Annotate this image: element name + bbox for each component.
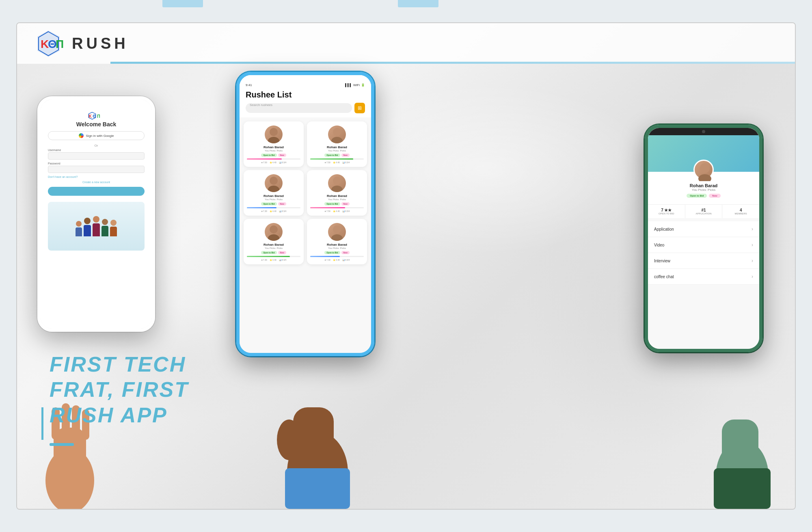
detail-sub: You Picks: Picks: [654, 188, 753, 192]
search-placeholder: Search rushees: [250, 103, 272, 107]
rushee-avatar: [328, 125, 346, 143]
logo-icon: K Θ Π: [33, 28, 64, 59]
person-figure: [76, 221, 82, 236]
signin-button[interactable]: [48, 187, 145, 196]
rushee-sub: You Picks: Picks: [265, 198, 283, 201]
menu-label: Interview: [654, 259, 670, 263]
rushee-card[interactable]: Rohan Barad You Picks: Picks Open to Bid…: [307, 219, 367, 264]
rushee-card[interactable]: Rohan Barad You Picks: Picks Open to Bid…: [244, 219, 304, 264]
rushee-card[interactable]: Rohan Barad You Picks: Picks Open to Bid…: [307, 121, 367, 167]
battery-icon: 🔋: [361, 83, 365, 87]
username-label: Username: [48, 149, 145, 151]
rushee-tag: New: [341, 202, 350, 205]
search-bar[interactable]: Search rushees: [246, 103, 352, 113]
rushee-avatar: [265, 174, 283, 192]
svg-rect-32: [285, 468, 350, 509]
stat-label: MEMBERS: [724, 212, 757, 215]
progress-bar: [310, 207, 364, 208]
rushee-name: Rohan Barad: [327, 194, 347, 198]
menu-item-interview[interactable]: Interview ›: [648, 253, 759, 269]
detail-avatar: [693, 160, 714, 180]
password-field: Password: [48, 162, 145, 173]
rushee-tags: Open to Bid New: [261, 154, 286, 157]
svg-point-15: [333, 177, 341, 185]
detail-tag-new: New: [709, 194, 720, 198]
tagline: FIRST TECH FRAT, FIRST RUSH APP: [50, 352, 189, 428]
header-title: RUSH: [72, 35, 129, 52]
rushee-tag: New: [341, 154, 350, 157]
svg-text:Π: Π: [56, 38, 64, 50]
rushee-card[interactable]: Rohan Barad You Picks: Picks Open to Bid…: [307, 170, 367, 216]
rushee-tags: Open to Bid New: [261, 251, 286, 254]
forgot-link[interactable]: Don't have an account?: [48, 175, 78, 178]
progress-bar: [247, 158, 300, 160]
rushee-name: Rohan Barad: [327, 145, 347, 149]
people-illustration: [76, 216, 117, 236]
menu-item-coffee[interactable]: coffee chat ›: [648, 269, 759, 285]
login-illustration: [48, 202, 145, 251]
rushee-list-title: Rushee List: [246, 90, 365, 99]
phone-frame-center: 9:41 ▌▌▌ WiFi 🔋 Rushee List Search rushe…: [236, 72, 374, 356]
phone-right: Rohan Barad You Picks: Picks Open to Bid…: [645, 125, 762, 352]
rushee-card[interactable]: Rohan Barad You Picks: Picks Open to Bid…: [244, 170, 304, 216]
status-bar: 9:41 ▌▌▌ WiFi 🔋: [246, 83, 365, 87]
svg-text:K: K: [89, 114, 92, 119]
detail-stat-app: #1 APPLICATION: [685, 205, 723, 218]
rushee-name: Rohan Barad: [263, 243, 284, 247]
detail-stat-bid: 7 ★★ OPEN TO BID: [648, 205, 685, 218]
phone-center: 9:41 ▌▌▌ WiFi 🔋 Rushee List Search rushe…: [236, 72, 374, 356]
svg-point-18: [268, 234, 279, 241]
login-or: Or: [95, 144, 98, 147]
svg-point-17: [270, 225, 278, 234]
rushee-tags: Open to Bid New: [324, 251, 350, 254]
detail-header-bg: [648, 135, 759, 172]
svg-point-14: [268, 186, 279, 192]
hand-right: [698, 346, 787, 509]
rushee-stats: ★ 7.50⭐ 4.40📊 8.5/4: [261, 161, 287, 164]
phone-frame-left: K Θ Π Welcome Back Sign in with Google O…: [37, 96, 155, 332]
tagline-line3: RUSH APP: [50, 402, 189, 428]
rushee-avatar: [265, 125, 283, 143]
svg-point-9: [270, 128, 278, 136]
create-link[interactable]: Create a new account: [82, 181, 110, 184]
tagline-line2: FRAT, FIRST: [50, 377, 189, 402]
stat-label: APPLICATION: [687, 212, 720, 215]
rushee-card[interactable]: Rohan Barad You Picks: Picks Open to Bid…: [244, 121, 304, 167]
menu-label: coffee chat: [654, 275, 674, 279]
progress-bar: [247, 256, 300, 257]
rushee-tag: Open to Bid: [324, 154, 340, 157]
rushee-stats: ★ 7.30⭐ 4.40📊 8.5/4: [324, 259, 350, 261]
rushee-name: Rohan Barad: [327, 243, 347, 247]
phone-frame-right: Rohan Barad You Picks: Picks Open to Bid…: [645, 125, 762, 352]
tagline-accent-bar: [41, 407, 43, 440]
detail-stat-members: 4 MEMBERS: [722, 205, 759, 218]
tape-right: [398, 0, 438, 7]
status-time: 9:41: [246, 83, 252, 87]
svg-point-22: [698, 174, 711, 181]
login-screen: K Θ Π Welcome Back Sign in with Google O…: [41, 99, 152, 329]
rushee-sub: You Picks: Picks: [265, 149, 283, 152]
chevron-right-icon: ›: [752, 258, 753, 264]
rushee-tags: Open to Bid New: [324, 202, 350, 205]
username-input[interactable]: [48, 152, 145, 160]
rushee-tag: New: [278, 154, 286, 157]
menu-item-video[interactable]: Video ›: [648, 237, 759, 253]
filter-button[interactable]: ⊞: [354, 103, 365, 113]
rushee-grid: Rohan Barad You Picks: Picks Open to Bid…: [240, 117, 371, 268]
rushee-avatar: [328, 223, 346, 241]
detail-tags: Open to Bid New: [654, 194, 753, 198]
stat-value: 7 ★★: [650, 208, 683, 212]
accent-bar: [50, 443, 74, 446]
rushee-tag: Open to Bid: [261, 251, 276, 254]
chevron-right-icon: ›: [752, 242, 753, 248]
outer-frame: K Θ Π RUSH K Θ Π: [16, 22, 796, 510]
google-signin-btn[interactable]: Sign in with Google: [48, 131, 145, 140]
password-input[interactable]: [48, 166, 145, 173]
menu-label: Application: [654, 227, 674, 231]
detail-name: Rohan Barad: [654, 183, 753, 188]
google-btn-label: Sign in with Google: [86, 134, 114, 138]
wifi-icon: WiFi: [353, 83, 360, 87]
menu-item-application[interactable]: Application ›: [648, 221, 759, 237]
rushee-stats: ★ 7.30⭐ 4.40📊 8.5/4: [261, 259, 287, 261]
person-figure: [110, 220, 117, 236]
